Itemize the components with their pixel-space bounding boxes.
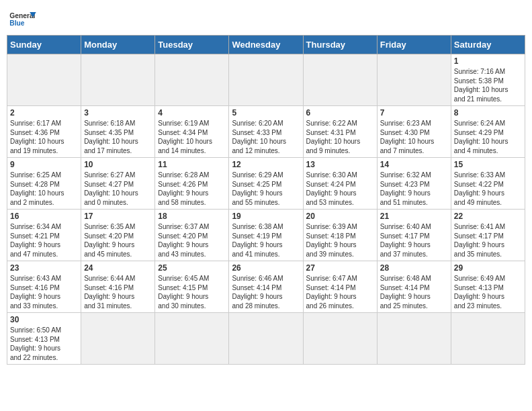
calendar-cell: 21Sunrise: 6:40 AM Sunset: 4:17 PM Dayli…	[377, 210, 451, 261]
day-header-friday: Friday	[377, 36, 451, 54]
calendar-cell	[229, 54, 303, 106]
calendar-cell: 18Sunrise: 6:37 AM Sunset: 4:20 PM Dayli…	[155, 210, 229, 261]
calendar-cell: 2Sunrise: 6:17 AM Sunset: 4:36 PM Daylig…	[7, 106, 81, 158]
day-info: Sunrise: 6:45 AM Sunset: 4:15 PM Dayligh…	[158, 274, 226, 310]
day-number: 8	[454, 108, 522, 118]
calendar-cell: 15Sunrise: 6:33 AM Sunset: 4:22 PM Dayli…	[451, 158, 525, 210]
calendar-table: SundayMondayTuesdayWednesdayThursdayFrid…	[7, 35, 525, 365]
calendar-week-1: 2Sunrise: 6:17 AM Sunset: 4:36 PM Daylig…	[7, 106, 525, 158]
day-number: 27	[306, 263, 374, 273]
day-info: Sunrise: 6:22 AM Sunset: 4:31 PM Dayligh…	[306, 119, 374, 155]
day-number: 12	[232, 160, 300, 169]
day-number: 22	[454, 212, 522, 221]
calendar-cell: 25Sunrise: 6:45 AM Sunset: 4:15 PM Dayli…	[155, 261, 229, 313]
day-info: Sunrise: 6:43 AM Sunset: 4:16 PM Dayligh…	[10, 274, 78, 310]
day-header-wednesday: Wednesday	[229, 36, 303, 54]
day-number: 2	[10, 108, 78, 118]
calendar-cell	[377, 313, 451, 365]
day-info: Sunrise: 7:16 AM Sunset: 5:38 PM Dayligh…	[454, 67, 522, 103]
day-number: 19	[232, 212, 300, 221]
calendar-cell	[81, 313, 155, 365]
calendar-week-3: 16Sunrise: 6:34 AM Sunset: 4:21 PM Dayli…	[7, 210, 525, 261]
day-number: 5	[232, 108, 300, 118]
day-number: 7	[380, 108, 448, 118]
day-header-thursday: Thursday	[303, 36, 377, 54]
day-info: Sunrise: 6:34 AM Sunset: 4:21 PM Dayligh…	[10, 222, 78, 259]
day-info: Sunrise: 6:44 AM Sunset: 4:16 PM Dayligh…	[84, 274, 152, 310]
calendar-cell: 10Sunrise: 6:27 AM Sunset: 4:27 PM Dayli…	[81, 158, 155, 210]
day-number: 24	[84, 263, 152, 273]
day-number: 21	[380, 212, 448, 221]
calendar-cell	[7, 54, 81, 106]
day-info: Sunrise: 6:47 AM Sunset: 4:14 PM Dayligh…	[306, 274, 374, 310]
day-number: 28	[380, 263, 448, 273]
day-info: Sunrise: 6:27 AM Sunset: 4:27 PM Dayligh…	[84, 171, 152, 207]
day-info: Sunrise: 6:46 AM Sunset: 4:14 PM Dayligh…	[232, 274, 300, 310]
calendar-week-2: 9Sunrise: 6:25 AM Sunset: 4:28 PM Daylig…	[7, 158, 525, 210]
calendar-cell: 9Sunrise: 6:25 AM Sunset: 4:28 PM Daylig…	[7, 158, 81, 210]
calendar-cell: 16Sunrise: 6:34 AM Sunset: 4:21 PM Dayli…	[7, 210, 81, 261]
calendar-cell: 13Sunrise: 6:30 AM Sunset: 4:24 PM Dayli…	[303, 158, 377, 210]
day-number: 9	[10, 160, 78, 169]
calendar-cell: 17Sunrise: 6:35 AM Sunset: 4:20 PM Dayli…	[81, 210, 155, 261]
calendar-cell: 6Sunrise: 6:22 AM Sunset: 4:31 PM Daylig…	[303, 106, 377, 158]
day-number: 14	[380, 160, 448, 169]
day-info: Sunrise: 6:28 AM Sunset: 4:26 PM Dayligh…	[158, 171, 226, 207]
calendar-week-4: 23Sunrise: 6:43 AM Sunset: 4:16 PM Dayli…	[7, 261, 525, 313]
calendar-cell	[155, 313, 229, 365]
day-info: Sunrise: 6:37 AM Sunset: 4:20 PM Dayligh…	[158, 222, 226, 259]
day-info: Sunrise: 6:30 AM Sunset: 4:24 PM Dayligh…	[306, 171, 374, 207]
day-number: 30	[10, 315, 78, 324]
calendar-cell: 4Sunrise: 6:19 AM Sunset: 4:34 PM Daylig…	[155, 106, 229, 158]
calendar-cell	[303, 54, 377, 106]
calendar-cell: 29Sunrise: 6:49 AM Sunset: 4:13 PM Dayli…	[451, 261, 525, 313]
day-info: Sunrise: 6:40 AM Sunset: 4:17 PM Dayligh…	[380, 222, 448, 259]
day-number: 1	[454, 56, 522, 66]
svg-text:Blue: Blue	[9, 19, 25, 27]
day-number: 10	[84, 160, 152, 169]
day-info: Sunrise: 6:48 AM Sunset: 4:14 PM Dayligh…	[380, 274, 448, 310]
calendar-cell	[229, 313, 303, 365]
day-info: Sunrise: 6:20 AM Sunset: 4:33 PM Dayligh…	[232, 119, 300, 155]
day-info: Sunrise: 6:39 AM Sunset: 4:18 PM Dayligh…	[306, 222, 374, 259]
calendar-cell: 19Sunrise: 6:38 AM Sunset: 4:19 PM Dayli…	[229, 210, 303, 261]
day-info: Sunrise: 6:24 AM Sunset: 4:29 PM Dayligh…	[454, 119, 522, 155]
day-info: Sunrise: 6:35 AM Sunset: 4:20 PM Dayligh…	[84, 222, 152, 259]
calendar-cell: 14Sunrise: 6:32 AM Sunset: 4:23 PM Dayli…	[377, 158, 451, 210]
day-header-monday: Monday	[81, 36, 155, 54]
day-number: 15	[454, 160, 522, 169]
day-number: 16	[10, 212, 78, 221]
day-header-saturday: Saturday	[451, 36, 525, 54]
day-info: Sunrise: 6:41 AM Sunset: 4:17 PM Dayligh…	[454, 222, 522, 259]
day-number: 29	[454, 263, 522, 273]
day-info: Sunrise: 6:50 AM Sunset: 4:13 PM Dayligh…	[10, 326, 78, 362]
calendar-cell: 12Sunrise: 6:29 AM Sunset: 4:25 PM Dayli…	[229, 158, 303, 210]
calendar-cell	[303, 313, 377, 365]
calendar-cell: 20Sunrise: 6:39 AM Sunset: 4:18 PM Dayli…	[303, 210, 377, 261]
day-number: 17	[84, 212, 152, 221]
day-info: Sunrise: 6:17 AM Sunset: 4:36 PM Dayligh…	[10, 119, 78, 155]
day-number: 3	[84, 108, 152, 118]
calendar-cell	[81, 54, 155, 106]
calendar-cell: 7Sunrise: 6:23 AM Sunset: 4:30 PM Daylig…	[377, 106, 451, 158]
day-info: Sunrise: 6:19 AM Sunset: 4:34 PM Dayligh…	[158, 119, 226, 155]
day-number: 11	[158, 160, 226, 169]
calendar-cell: 11Sunrise: 6:28 AM Sunset: 4:26 PM Dayli…	[155, 158, 229, 210]
calendar-cell: 22Sunrise: 6:41 AM Sunset: 4:17 PM Dayli…	[451, 210, 525, 261]
day-info: Sunrise: 6:38 AM Sunset: 4:19 PM Dayligh…	[232, 222, 300, 259]
day-info: Sunrise: 6:18 AM Sunset: 4:35 PM Dayligh…	[84, 119, 152, 155]
calendar-cell: 8Sunrise: 6:24 AM Sunset: 4:29 PM Daylig…	[451, 106, 525, 158]
calendar-header: SundayMondayTuesdayWednesdayThursdayFrid…	[7, 36, 525, 54]
day-number: 23	[10, 263, 78, 273]
calendar-cell	[377, 54, 451, 106]
calendar-cell: 24Sunrise: 6:44 AM Sunset: 4:16 PM Dayli…	[81, 261, 155, 313]
calendar-cell	[155, 54, 229, 106]
day-info: Sunrise: 6:32 AM Sunset: 4:23 PM Dayligh…	[380, 171, 448, 207]
calendar-cell: 23Sunrise: 6:43 AM Sunset: 4:16 PM Dayli…	[7, 261, 81, 313]
calendar-cell	[451, 313, 525, 365]
calendar-week-5: 30Sunrise: 6:50 AM Sunset: 4:13 PM Dayli…	[7, 313, 525, 365]
day-header-tuesday: Tuesday	[155, 36, 229, 54]
day-number: 25	[158, 263, 226, 273]
logo: General Blue	[9, 9, 36, 30]
calendar-cell: 28Sunrise: 6:48 AM Sunset: 4:14 PM Dayli…	[377, 261, 451, 313]
